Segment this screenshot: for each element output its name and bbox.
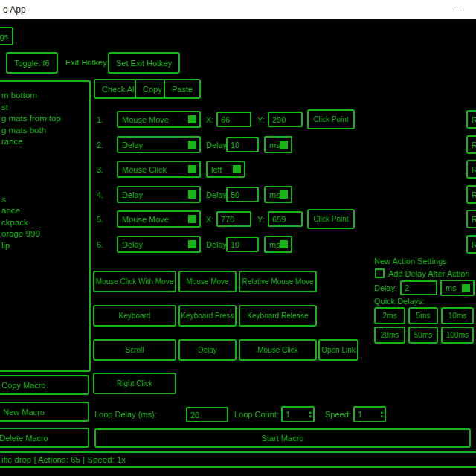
speed-value: 1 [355, 410, 380, 419]
delay-value-input[interactable] [226, 187, 259, 202]
quick-delay-2ms-button[interactable]: 2ms [374, 307, 405, 324]
add-mouse-click-with-move-button[interactable]: Mouse Click With Move [93, 271, 176, 292]
action-row-number: 3. [97, 165, 103, 174]
remove-action-button[interactable]: R [466, 235, 476, 254]
delay-label: Delay [206, 141, 227, 149]
speed-label: Speed: [325, 410, 351, 419]
macro-list-item[interactable]: ckpack [1, 218, 88, 230]
action-type-dropdown[interactable]: Mouse Move [117, 210, 201, 228]
tab-settings[interactable]: gs [0, 27, 13, 45]
action-row-number: 4. [97, 190, 103, 199]
dropdown-indicator-icon [188, 240, 196, 248]
add-scroll-button[interactable]: Scroll [93, 339, 176, 361]
speed-stepper[interactable]: 1 ▴▾ [353, 406, 386, 422]
add-delay-after-action-checkbox[interactable] [375, 268, 385, 278]
action-type-dropdown[interactable]: Mouse Click [117, 161, 201, 178]
loop-delay-input[interactable] [186, 407, 228, 422]
quick-delay-10ms-button[interactable]: 10ms [441, 307, 474, 324]
remove-action-button[interactable]: R [466, 110, 476, 129]
delay-value-input[interactable] [226, 237, 259, 252]
status-bar: ific drop | Actions: 65 | Speed: 1x [0, 451, 476, 468]
x-label: X: [206, 115, 213, 124]
add-mouse-move-button[interactable]: Mouse Move [178, 271, 237, 292]
toggle-hotkey-button[interactable]: Toggle: f6 [6, 52, 58, 74]
macro-list-item[interactable]: ance [1, 206, 88, 218]
quick-delay-20ms-button[interactable]: 20ms [374, 327, 405, 344]
new-action-delay-input[interactable] [400, 280, 437, 295]
action-type-dropdown[interactable]: Mouse Move [117, 111, 201, 128]
add-keyboard-release-button[interactable]: Keyboard Release [239, 305, 317, 327]
add-relative-mouse-move-button[interactable]: Relative Mouse Move [239, 271, 317, 292]
y-coordinate-input[interactable] [268, 112, 303, 127]
macro-list-item[interactable]: lip [1, 241, 88, 253]
y-coordinate-input[interactable] [268, 211, 303, 227]
copy-macro-button[interactable]: Copy Macro [0, 375, 89, 395]
dropdown-indicator-icon [280, 190, 288, 199]
stepper-arrows[interactable]: ▴▾ [309, 410, 313, 419]
remove-action-button[interactable]: R [466, 160, 476, 178]
macro-list-item[interactable]: m bottom [1, 91, 88, 103]
new-action-delay-unit-value: ms [446, 283, 457, 292]
click-point-button[interactable]: Click Point [307, 109, 355, 129]
action-row-number: 2. [97, 141, 103, 149]
new-macro-button[interactable]: New Macro [0, 402, 89, 422]
paste-button[interactable]: Paste [164, 79, 201, 99]
new-action-settings-title: New Action Settings [374, 257, 447, 266]
delay-unit-dropdown[interactable]: ms [264, 136, 292, 153]
start-macro-button[interactable]: Start Macro [94, 428, 471, 448]
delete-macro-button[interactable]: Delete Macro [0, 428, 89, 448]
add-mouse-click-button[interactable]: Mouse Click [239, 339, 317, 361]
set-exit-hotkey-button[interactable]: Set Exit Hotkey [108, 52, 180, 74]
new-action-delay-unit-dropdown[interactable]: ms [440, 280, 475, 296]
macro-list-panel: m bottom st g mats from top g mats both … [0, 80, 91, 372]
macro-list-item[interactable]: g mats from top [1, 114, 88, 126]
macro-list-item[interactable]: s [1, 195, 88, 207]
loop-count-label: Loop Count: [234, 410, 279, 419]
macro-list-item[interactable]: rance [1, 137, 88, 149]
action-type-value: Delay [122, 141, 143, 149]
action-type-value: Delay [122, 190, 143, 199]
loop-count-stepper[interactable]: 1 ▴▾ [281, 406, 315, 422]
click-point-button[interactable]: Click Point [307, 209, 355, 229]
action-type-dropdown[interactable]: Delay [117, 136, 201, 153]
delay-label: Delay [206, 240, 227, 249]
action-type-value: Mouse Click [122, 165, 167, 174]
add-open-link-button[interactable]: Open Link [318, 339, 358, 361]
remove-action-button[interactable]: R [466, 185, 476, 204]
macro-list-item[interactable]: st [1, 103, 88, 115]
remove-action-button[interactable]: R [466, 210, 476, 228]
stepper-arrows[interactable]: ▴▾ [380, 410, 385, 419]
mouse-button-dropdown[interactable]: left [206, 161, 245, 178]
status-text: ific drop | Actions: 65 | Speed: 1x [1, 455, 126, 464]
delay-value-input[interactable] [226, 137, 259, 152]
x-coordinate-input[interactable] [216, 112, 251, 127]
action-type-dropdown[interactable]: Delay [117, 186, 201, 203]
action-type-value: Mouse Move [122, 215, 169, 224]
dropdown-indicator-icon [462, 284, 470, 292]
quick-delays-label: Quick Delays: [374, 297, 425, 306]
remove-action-button[interactable]: R [466, 135, 476, 154]
x-coordinate-input[interactable] [216, 211, 251, 227]
quick-delay-5ms-button[interactable]: 5ms [408, 307, 438, 324]
spinner-down-icon[interactable]: ▾ [309, 414, 312, 419]
exit-hotkey-label: Exit Hotkey: [65, 58, 109, 67]
quick-delay-100ms-button[interactable]: 100ms [441, 327, 474, 344]
add-keyboard-button[interactable]: Keyboard [93, 305, 176, 327]
minimize-button[interactable]: — [446, 4, 469, 15]
dropdown-indicator-icon [188, 165, 196, 173]
delay-unit-dropdown[interactable]: ms [264, 236, 292, 253]
macro-list-item[interactable]: orage 999 [1, 229, 88, 241]
add-delay-button[interactable]: Delay [178, 339, 237, 361]
x-label: X: [206, 215, 213, 224]
add-keyboard-press-button[interactable]: Keyboard Press [178, 305, 237, 327]
window-title: o App [3, 4, 26, 15]
macro-list-item[interactable]: g mats both [1, 126, 88, 138]
quick-delay-50ms-button[interactable]: 50ms [408, 327, 438, 344]
dropdown-indicator-icon [188, 115, 196, 123]
add-right-click-button[interactable]: Right Click [93, 373, 176, 394]
delay-unit-dropdown[interactable]: ms [264, 186, 292, 203]
action-type-dropdown[interactable]: Delay [117, 236, 201, 253]
action-type-value: Delay [122, 240, 143, 249]
spinner-down-icon[interactable]: ▾ [380, 414, 383, 419]
add-delay-after-action-label: Add Delay After Action [388, 269, 469, 278]
